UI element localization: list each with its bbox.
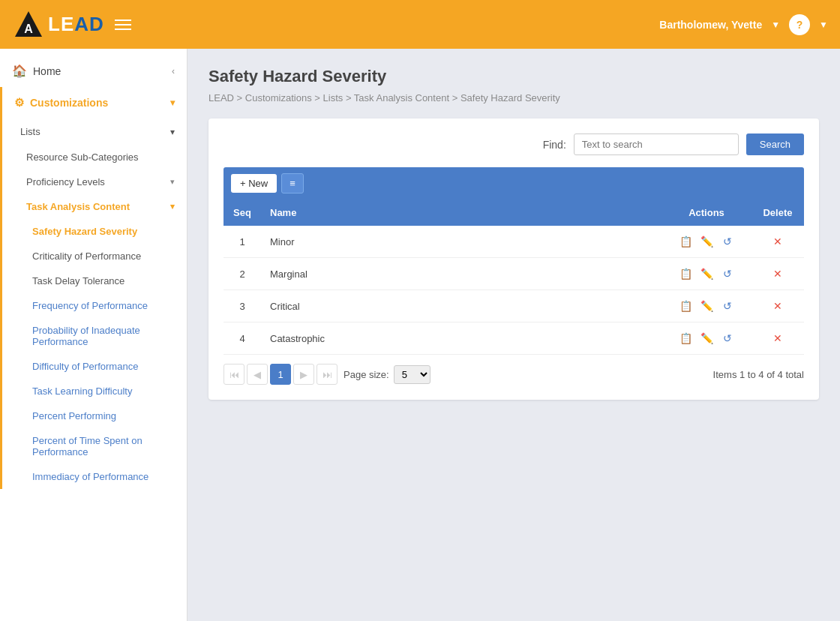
lists-label: Lists bbox=[20, 126, 40, 137]
row4-delete: ✕ bbox=[752, 322, 804, 355]
help-dropdown-arrow[interactable]: ▼ bbox=[819, 20, 828, 30]
sidebar-item-frequency-of-performance[interactable]: Frequency of Performance bbox=[2, 293, 187, 318]
sidebar-item-safety-hazard-severity[interactable]: Safety Hazard Severity bbox=[2, 219, 187, 244]
sidebar-item-probability-of-inadequate-performance[interactable]: Probability of Inadequate Performance bbox=[2, 318, 187, 354]
row4-history-icon[interactable]: ↺ bbox=[718, 329, 736, 347]
breadcrumb-lead[interactable]: LEAD bbox=[208, 92, 234, 104]
row2-edit-icon[interactable]: ✏️ bbox=[698, 265, 716, 283]
next-page-button[interactable]: ▶ bbox=[293, 364, 314, 385]
breadcrumb-sep4: > bbox=[452, 92, 460, 104]
row3-seq: 3 bbox=[224, 290, 261, 322]
row3-delete-icon[interactable]: ✕ bbox=[769, 297, 787, 315]
sidebar-item-difficulty-of-performance[interactable]: Difficulty of Performance bbox=[2, 354, 187, 379]
row1-history-icon[interactable]: ↺ bbox=[718, 232, 736, 250]
logo: A LEAD bbox=[12, 8, 104, 41]
breadcrumb-task-analysis-content[interactable]: Task Analysis Content bbox=[354, 92, 449, 104]
row3-edit-icon[interactable]: ✏️ bbox=[698, 297, 716, 315]
row4-name: Catastrophic bbox=[261, 322, 662, 355]
sidebar-item-criticality-of-performance[interactable]: Criticality of Performance bbox=[2, 244, 187, 268]
nav-left: A LEAD bbox=[12, 8, 131, 41]
row3-name: Critical bbox=[261, 290, 662, 322]
row4-delete-icon[interactable]: ✕ bbox=[769, 329, 787, 347]
find-label: Find: bbox=[543, 139, 566, 151]
pagination-controls: ⏮ ◀ 1 ▶ ⏭ bbox=[224, 364, 338, 385]
row1-actions: 📋 ✏️ ↺ bbox=[662, 226, 752, 258]
row3-copy-icon[interactable]: 📋 bbox=[676, 297, 694, 315]
col-seq: Seq bbox=[224, 200, 261, 226]
row2-copy-icon[interactable]: 📋 bbox=[676, 265, 694, 283]
new-button[interactable]: + New bbox=[231, 174, 277, 193]
pagination-row: ⏮ ◀ 1 ▶ ⏭ Page size: 5 10 20 bbox=[224, 364, 804, 385]
data-table: Seq Name Actions Delete 1 Minor 📋 ✏️ bbox=[224, 200, 804, 355]
page-size-label: Page size: bbox=[344, 369, 389, 380]
user-name[interactable]: Bartholomew, Yvette bbox=[659, 19, 762, 31]
sidebar-item-task-learning-difficulty[interactable]: Task Learning Difficulty bbox=[2, 379, 187, 404]
page-size-select[interactable]: 5 10 20 bbox=[394, 365, 430, 384]
user-dropdown-arrow[interactable]: ▼ bbox=[771, 20, 780, 30]
sidebar-item-resource-sub-categories[interactable]: Resource Sub-Categories bbox=[2, 145, 187, 170]
customizations-section: ⚙ Customizations ▾ Lists ▾ Resource Sub-… bbox=[0, 87, 187, 489]
row1-seq: 1 bbox=[224, 226, 261, 258]
sidebar-item-percent-performing[interactable]: Percent Performing bbox=[2, 404, 187, 428]
row4-copy-icon[interactable]: 📋 bbox=[676, 329, 694, 347]
row3-history-icon[interactable]: ↺ bbox=[718, 297, 736, 315]
table-toolbar: + New ≡ bbox=[224, 167, 804, 200]
col-actions: Actions bbox=[662, 200, 752, 226]
row2-actions: 📋 ✏️ ↺ bbox=[662, 258, 752, 290]
page-title: Safety Hazard Severity bbox=[208, 67, 819, 86]
search-row: Find: Search bbox=[224, 134, 804, 155]
page-size-row: Page size: 5 10 20 bbox=[344, 365, 430, 384]
sidebar-item-immediacy-of-performance[interactable]: Immediacy of Performance bbox=[2, 464, 187, 489]
col-delete: Delete bbox=[752, 200, 804, 226]
row1-delete: ✕ bbox=[752, 226, 804, 258]
search-button[interactable]: Search bbox=[746, 134, 804, 155]
row2-name: Marginal bbox=[261, 258, 662, 290]
row4-edit-icon[interactable]: ✏️ bbox=[698, 329, 716, 347]
table-head: Seq Name Actions Delete bbox=[224, 200, 804, 226]
hamburger-menu[interactable] bbox=[115, 20, 131, 30]
items-info: Items 1 to 4 of 4 total bbox=[713, 369, 804, 380]
sidebar: 🏠 Home ‹ ⚙ Customizations ▾ Lists ▾ Reso… bbox=[0, 49, 188, 621]
home-left: 🏠 Home bbox=[12, 64, 61, 78]
help-button[interactable]: ? bbox=[789, 14, 810, 35]
sidebar-item-percent-of-time-spent-on-performance[interactable]: Percent of Time Spent on Performance bbox=[2, 428, 187, 464]
breadcrumb-lists[interactable]: Lists bbox=[323, 92, 344, 104]
row2-seq: 2 bbox=[224, 258, 261, 290]
row1-name: Minor bbox=[261, 226, 662, 258]
gear-icon: ⚙ bbox=[14, 96, 24, 110]
col-name: Name bbox=[261, 200, 662, 226]
customizations-header[interactable]: ⚙ Customizations ▾ bbox=[2, 87, 187, 118]
breadcrumb-sep3: > bbox=[346, 92, 354, 104]
svg-text:A: A bbox=[24, 22, 33, 35]
row2-delete: ✕ bbox=[752, 258, 804, 290]
home-chevron: ‹ bbox=[172, 66, 175, 76]
row4-actions: 📋 ✏️ ↺ bbox=[662, 322, 752, 355]
nav-right: Bartholomew, Yvette ▼ ? ▼ bbox=[659, 14, 828, 35]
pagination-left: ⏮ ◀ 1 ▶ ⏭ Page size: 5 10 20 bbox=[224, 364, 430, 385]
row3-delete: ✕ bbox=[752, 290, 804, 322]
search-input[interactable] bbox=[574, 134, 739, 155]
sidebar-home[interactable]: 🏠 Home ‹ bbox=[0, 55, 187, 87]
table-row: 4 Catastrophic 📋 ✏️ ↺ ✕ bbox=[224, 322, 804, 355]
row1-copy-icon[interactable]: 📋 bbox=[676, 232, 694, 250]
row2-delete-icon[interactable]: ✕ bbox=[769, 265, 787, 283]
sidebar-item-task-delay-tolerance[interactable]: Task Delay Tolerance bbox=[2, 268, 187, 293]
main-layout: 🏠 Home ‹ ⚙ Customizations ▾ Lists ▾ Reso… bbox=[0, 49, 840, 621]
lists-header[interactable]: Lists ▾ bbox=[2, 118, 187, 145]
last-page-button[interactable]: ⏭ bbox=[316, 364, 338, 385]
menu-button[interactable]: ≡ bbox=[281, 173, 304, 194]
breadcrumb-safety-hazard-severity[interactable]: Safety Hazard Severity bbox=[460, 92, 560, 104]
breadcrumb-customizations[interactable]: Customizations bbox=[245, 92, 312, 104]
home-icon: 🏠 bbox=[12, 64, 27, 78]
row1-edit-icon[interactable]: ✏️ bbox=[698, 232, 716, 250]
lists-sub: Lists ▾ Resource Sub-Categories Proficie… bbox=[2, 118, 187, 489]
row2-history-icon[interactable]: ↺ bbox=[718, 265, 736, 283]
page-1-button[interactable]: 1 bbox=[270, 364, 291, 385]
sidebar-item-proficiency-levels[interactable]: Proficiency Levels ▾ bbox=[2, 170, 187, 194]
row1-delete-icon[interactable]: ✕ bbox=[769, 232, 787, 250]
first-page-button[interactable]: ⏮ bbox=[224, 364, 244, 385]
breadcrumb-sep2: > bbox=[314, 92, 322, 104]
customizations-label: Customizations bbox=[30, 97, 108, 109]
sidebar-item-task-analysis-content[interactable]: Task Analysis Content ▾ bbox=[2, 194, 187, 219]
prev-page-button[interactable]: ◀ bbox=[247, 364, 268, 385]
